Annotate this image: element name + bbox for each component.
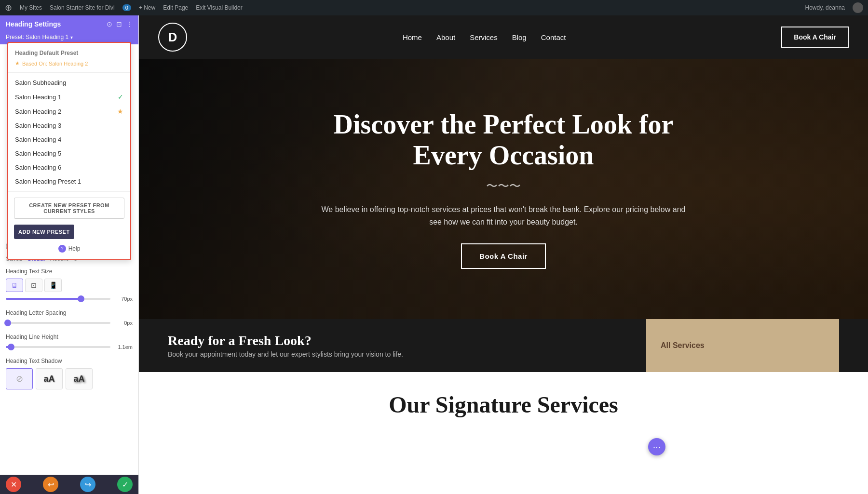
item-label: Salon Heading 5 [15,150,61,157]
panel-icon-expand[interactable]: ⊡ [116,20,122,28]
panel-icon-more[interactable]: ⋮ [126,20,133,28]
wp-logo-icon[interactable]: ⊕ [5,2,12,13]
item-label: Salon Subheading [15,79,66,86]
panel-body: + Saved Global Recent ⚙ Heading Text Siz… [0,232,138,475]
text-shadow-options: ⊘ aA aA [6,368,133,389]
preset-name[interactable]: Preset: Salon Heading 1 [6,34,68,40]
dropdown-item-heading3[interactable]: Salon Heading 3 [8,119,130,133]
help-circle-icon: ? [58,245,66,253]
dropdown-item-heading1[interactable]: Salon Heading 1 ✓ [8,90,130,104]
bottom-toolbar: ✕ ↩ ↪ ✓ [0,475,138,494]
undo-button[interactable]: ↩ [43,477,58,492]
dropdown-item-heading4[interactable]: Salon Heading 4 [8,133,130,147]
check-icon: ✓ [122,480,128,489]
dropdown-item-heading2[interactable]: Salon Heading 2 ★ [8,104,130,119]
preset-chevron-icon[interactable]: ▾ [70,35,73,40]
site-preview: D Home About Services Blog Contact Book … [139,15,868,494]
item-label: Salon Heading 1 [15,93,61,101]
hero-content: Discover the Perfect Look for Every Occa… [311,109,696,269]
panel-header: Heading Settings ⊙ ⊡ ⋮ [0,15,138,33]
logo-text: D [168,30,177,45]
nav-blog[interactable]: Blog [512,33,527,41]
item-label: Salon Heading Preset 1 [15,178,81,185]
all-services-link[interactable]: All Services [661,341,705,350]
nav-services[interactable]: Services [470,33,498,41]
letter-spacing-slider-row: 0px [6,320,133,326]
line-height-slider[interactable] [6,346,110,348]
nav-about[interactable]: About [436,33,455,41]
nav-links: Home About Services Blog Contact [206,33,762,41]
text-size-slider[interactable] [6,298,110,300]
main-area: Heading Settings ⊙ ⊡ ⋮ Preset: Salon Hea… [0,15,868,494]
shadow-none-option[interactable]: ⊘ [6,368,33,389]
slider-thumb[interactable] [8,344,14,350]
admin-avatar [853,2,863,13]
dropdown-item-heading5[interactable]: Salon Heading 5 [8,147,130,160]
hero-cta-button[interactable]: Book A Chair [461,243,546,269]
shadow-option-2[interactable]: aA [66,368,93,389]
item-label: Salon Heading 2 [15,108,61,115]
redo-icon: ↪ [85,480,91,489]
floating-bubble-button[interactable]: ··· [648,438,665,455]
panel-icon-settings[interactable]: ⊙ [107,20,112,28]
help-link[interactable]: ? Help [8,242,130,255]
add-preset-button[interactable]: ADD NEW PRESET [14,225,74,239]
no-shadow-icon: ⊘ [16,374,23,384]
hero-title: Discover the Perfect Look for Every Occa… [320,109,687,171]
text-shadow-setting: Heading Text Shadow ⊘ aA aA [6,358,133,389]
dropdown-item-preset1[interactable]: Salon Heading Preset 1 [8,174,130,188]
admin-comments[interactable]: 0 [122,4,131,11]
admin-site-name[interactable]: Salon Starter Site for Divi [50,4,115,11]
nav-contact[interactable]: Contact [541,33,566,41]
wp-admin-bar: ⊕ My Sites Salon Starter Site for Divi 0… [0,0,868,15]
cta-strip: Ready for a Fresh Look? Book your appoin… [139,319,868,372]
dropdown-divider-1 [8,72,130,73]
text-shadow-label: Heading Text Shadow [6,358,133,364]
device-tabs: 🖥 ⊡ 📱 [6,279,133,292]
mobile-tab[interactable]: 📱 [44,279,62,292]
slider-thumb[interactable] [78,295,84,302]
cta-subtext: Book your appointment today and let our … [168,350,646,358]
letter-spacing-value: 0px [114,320,133,326]
dropdown-divider-2 [8,191,130,192]
check-icon: ✓ [118,93,123,101]
text-size-label: Heading Text Size [6,268,133,275]
cta-right-panel: All Services [646,319,839,372]
admin-edit-page[interactable]: Edit Page [163,4,188,11]
shadow-text-icon: aA [43,374,54,384]
star-icon: ★ [117,107,123,115]
line-height-value: 1.1em [114,344,133,350]
letter-spacing-slider[interactable] [6,322,110,324]
text-size-value: 70px [114,296,133,302]
site-nav: D Home About Services Blog Contact Book … [139,15,868,59]
based-on-text: Based On: Salon Heading 2 [22,61,88,67]
text-size-setting: Heading Text Size 🖥 ⊡ 📱 70px [6,268,133,302]
admin-howdy: Howdy, deanna [805,4,845,11]
admin-new[interactable]: + New [139,4,155,11]
dropdown-section-title: Heading Default Preset [8,47,130,59]
save-button[interactable]: ✓ [117,477,133,492]
panel-title: Heading Settings [6,20,61,28]
create-preset-button[interactable]: CREATE NEW PRESET FROM CURRENT STYLES [14,198,124,219]
redo-button[interactable]: ↪ [80,477,95,492]
slider-thumb[interactable] [4,320,11,326]
admin-my-sites[interactable]: My Sites [20,4,42,11]
shadow-text-icon-2: aA [73,374,84,384]
letter-spacing-setting: Heading Letter Spacing 0px [6,309,133,326]
nav-home[interactable]: Home [403,33,422,41]
tablet-tab[interactable]: ⊡ [25,279,42,292]
slider-fill [6,298,81,300]
shadow-option-1[interactable]: aA [36,368,63,389]
preset-dropdown: Heading Default Preset ★ Based On: Salon… [7,42,131,260]
letter-spacing-label: Heading Letter Spacing [6,309,133,316]
dropdown-item-subheading[interactable]: Salon Subheading [8,76,130,90]
hero-subtitle: We believe in offering top-notch service… [320,203,687,228]
undo-icon: ↩ [48,480,54,489]
close-button[interactable]: ✕ [6,477,21,492]
dropdown-item-heading6[interactable]: Salon Heading 6 [8,160,130,174]
item-label: Salon Heading 4 [15,136,61,143]
desktop-tab[interactable]: 🖥 [6,279,23,292]
admin-exit-builder[interactable]: Exit Visual Builder [196,4,243,11]
nav-cta-button[interactable]: Book A Chair [781,27,849,48]
close-icon: ✕ [11,480,17,489]
